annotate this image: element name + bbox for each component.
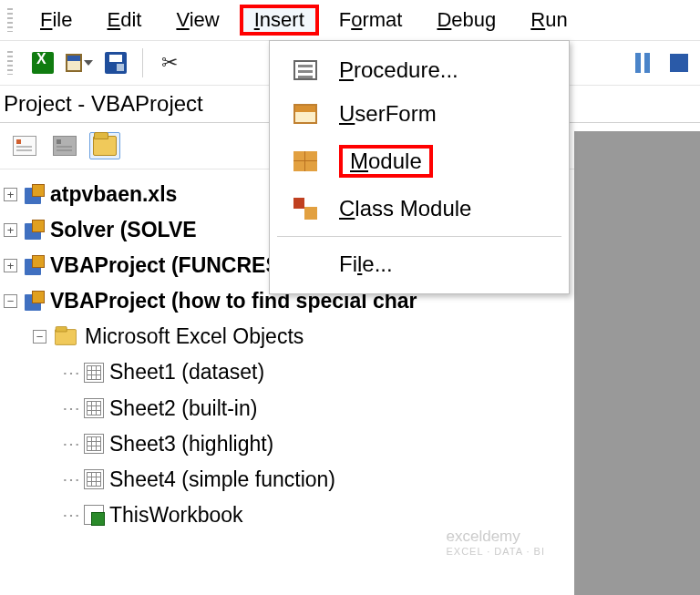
blank-icon [292, 252, 319, 276]
menu-run[interactable]: Run [516, 5, 582, 36]
pause-button[interactable] [629, 50, 656, 76]
toolbar-grip [7, 8, 13, 32]
tree-label: Sheet1 (dataset) [109, 354, 264, 390]
worksheet-icon [84, 363, 104, 383]
excel-icon[interactable] [29, 50, 57, 76]
save-button[interactable] [102, 50, 129, 76]
procedure-icon [292, 58, 319, 82]
tree-connector: ⋯ [62, 428, 78, 459]
view-object-button[interactable] [49, 132, 80, 159]
toolbar-grip [7, 51, 13, 75]
expand-icon[interactable]: + [4, 259, 17, 272]
vba-project-icon [23, 255, 45, 277]
menubar: File Edit View Insert Format Debug Run [0, 0, 700, 40]
menu-debug[interactable]: Debug [422, 5, 510, 36]
tree-connector: ⋯ [62, 464, 78, 495]
vba-project-icon [23, 184, 45, 206]
tree-label: Sheet3 (highlight) [109, 426, 273, 462]
tree-connector: ⋯ [62, 393, 78, 424]
code-area [574, 131, 700, 595]
workbook-icon [84, 505, 104, 525]
watermark: exceldemy EXCEL · DATA · BI [447, 528, 546, 557]
folder-icon [55, 329, 77, 345]
tree-label: Solver (SOLVE [50, 212, 197, 248]
userform-icon [292, 102, 319, 126]
insert-file[interactable]: File... [270, 242, 569, 286]
insert-menu-dropdown: Procedure... UserForm Module Class Modul… [269, 40, 570, 294]
insert-procedure[interactable]: Procedure... [270, 48, 569, 92]
vba-project-icon [23, 291, 45, 313]
watermark-tag: EXCEL · DATA · BI [447, 546, 546, 557]
tree-connector: ⋯ [62, 357, 78, 388]
menu-file[interactable]: File [26, 5, 87, 36]
insert-userform[interactable]: UserForm [270, 92, 569, 136]
menu-format[interactable]: Format [324, 5, 417, 36]
module-icon [292, 149, 319, 173]
insert-class-module[interactable]: Class Module [270, 187, 569, 231]
menu-insert[interactable]: Insert [240, 5, 319, 36]
collapse-icon[interactable]: − [33, 330, 46, 344]
vba-project-icon [23, 220, 45, 241]
tree-connector: ⋯ [62, 499, 78, 530]
menu-view[interactable]: View [161, 5, 233, 36]
tree-label: ThisWorkbook [109, 498, 243, 533]
tree-label: atpvbaen.xls [50, 177, 177, 212]
view-code-button[interactable] [9, 132, 40, 159]
insert-userform-button[interactable] [66, 50, 93, 76]
collapse-icon[interactable]: − [4, 294, 17, 308]
toolbar-separator [142, 48, 143, 77]
worksheet-icon [84, 434, 104, 454]
expand-icon[interactable]: + [4, 188, 17, 201]
class-module-icon [292, 197, 319, 221]
insert-module[interactable]: Module [270, 136, 569, 187]
worksheet-icon [84, 469, 104, 489]
menu-separator [277, 236, 561, 237]
stop-button[interactable] [665, 50, 693, 76]
cut-button[interactable]: ✂ [156, 50, 183, 76]
tree-label: Sheet4 (simple function) [109, 462, 335, 498]
menu-edit[interactable]: Edit [92, 5, 156, 36]
tree-label: Microsoft Excel Objects [85, 319, 304, 354]
toggle-folders-button[interactable] [89, 132, 120, 159]
watermark-brand: exceldemy [447, 528, 546, 546]
worksheet-icon [84, 398, 104, 418]
expand-icon[interactable]: + [4, 223, 17, 237]
tree-label: Sheet2 (built-in) [109, 391, 257, 426]
